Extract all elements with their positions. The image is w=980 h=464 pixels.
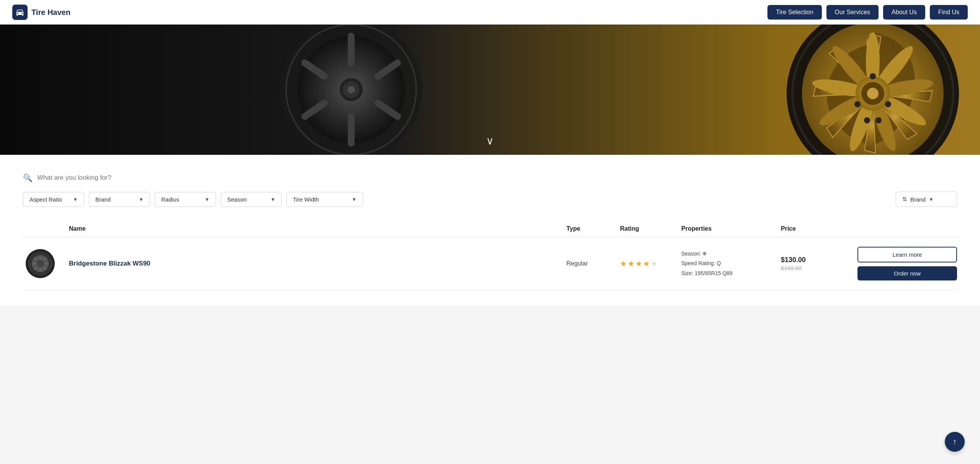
chevron-down-icon: ▼ xyxy=(352,197,357,202)
svg-point-27 xyxy=(870,73,876,79)
chevron-down-icon: ▼ xyxy=(205,197,209,202)
size-property: Size: 195/65R15 Q89 xyxy=(681,269,781,278)
sort-dropdown[interactable]: ⇅ Brand ▼ xyxy=(896,192,957,207)
filter-brand[interactable]: Brand ▼ xyxy=(89,192,150,207)
search-icon: 🔍 xyxy=(23,173,33,182)
tire-image xyxy=(23,246,57,281)
sort-icon: ⇅ xyxy=(902,196,907,203)
tire-name: Bridgestone Blizzak WS90 xyxy=(69,260,566,267)
search-bar: 🔍 xyxy=(23,173,957,182)
price-column: $130.00 $150.00 xyxy=(781,256,857,271)
nav-our-services[interactable]: Our Services xyxy=(826,5,879,20)
col-actions xyxy=(857,225,957,232)
svg-point-31 xyxy=(854,101,861,107)
nav-find-us[interactable]: Find Us xyxy=(930,5,968,20)
hero-scroll-chevron[interactable]: ∨ xyxy=(486,134,494,147)
svg-point-35 xyxy=(36,260,44,267)
hero-wheel-left xyxy=(275,25,428,155)
col-properties: Properties xyxy=(681,225,781,232)
filter-radius[interactable]: Radius ▼ xyxy=(155,192,216,207)
logo-icon xyxy=(12,5,28,20)
star-1: ★ xyxy=(620,259,627,268)
star-3: ★ xyxy=(635,259,642,268)
svg-point-26 xyxy=(867,88,879,99)
star-5: ★ xyxy=(651,259,658,268)
action-column: Learn more Order now xyxy=(857,247,957,280)
table-header: Name Type Rating Properties Price xyxy=(23,219,957,237)
svg-point-29 xyxy=(875,117,882,123)
tire-rating: ★ ★ ★ ★ ★ xyxy=(620,259,681,268)
filter-season[interactable]: Season ▼ xyxy=(221,192,282,207)
nav-tire-selection[interactable]: Tire Selection xyxy=(767,5,821,20)
speed-rating-property: Speed Rating: Q xyxy=(681,259,781,268)
nav-links: Tire Selection Our Services About Us Fin… xyxy=(767,5,968,20)
navbar: Tire Haven Tire Selection Our Services A… xyxy=(0,0,980,25)
product-table-section: Name Type Rating Properties Price xyxy=(0,219,980,306)
season-icon: ❄ xyxy=(702,251,707,257)
search-section: 🔍 Aspect Ratio ▼ Brand ▼ Radius ▼ Season… xyxy=(0,155,980,219)
tire-properties: Season: ❄ Speed Rating: Q Size: 195/65R1… xyxy=(681,249,781,278)
filter-aspect-ratio[interactable]: Aspect Ratio ▼ xyxy=(23,192,84,207)
chevron-down-icon: ▼ xyxy=(139,197,144,202)
season-property: Season: ❄ xyxy=(681,249,781,259)
chevron-down-icon: ▼ xyxy=(929,197,934,202)
col-type: Type xyxy=(566,225,620,232)
col-price: Price xyxy=(781,225,857,232)
col-name: Name xyxy=(69,225,566,232)
order-now-button[interactable]: Order now xyxy=(857,266,957,280)
tire-illustration xyxy=(25,248,56,279)
filters-row: Aspect Ratio ▼ Brand ▼ Radius ▼ Season ▼… xyxy=(23,192,957,207)
col-rating: Rating xyxy=(620,225,681,232)
nav-about-us[interactable]: About Us xyxy=(883,5,925,20)
car-icon xyxy=(15,8,25,17)
svg-point-28 xyxy=(885,101,891,107)
hero-banner: ∨ xyxy=(0,25,980,155)
table-row: Bridgestone Blizzak WS90 Regular ★ ★ ★ ★… xyxy=(23,237,957,290)
price-original: $150.00 xyxy=(781,265,857,271)
col-image xyxy=(23,225,69,232)
learn-more-button[interactable]: Learn more xyxy=(857,247,957,262)
search-input[interactable] xyxy=(37,174,957,182)
chevron-down-icon: ▼ xyxy=(270,197,275,202)
svg-point-30 xyxy=(864,117,870,123)
star-2: ★ xyxy=(628,259,635,268)
logo-text: Tire Haven xyxy=(31,8,70,17)
filter-tire-width[interactable]: Tire Width ▼ xyxy=(286,192,363,207)
svg-point-11 xyxy=(347,86,355,93)
hero-wheel-right xyxy=(754,25,980,155)
chevron-down-icon: ▼ xyxy=(73,197,78,202)
star-4: ★ xyxy=(643,259,650,268)
price-current: $130.00 xyxy=(781,256,857,264)
tire-type: Regular xyxy=(566,260,620,267)
logo-area: Tire Haven xyxy=(12,5,70,20)
